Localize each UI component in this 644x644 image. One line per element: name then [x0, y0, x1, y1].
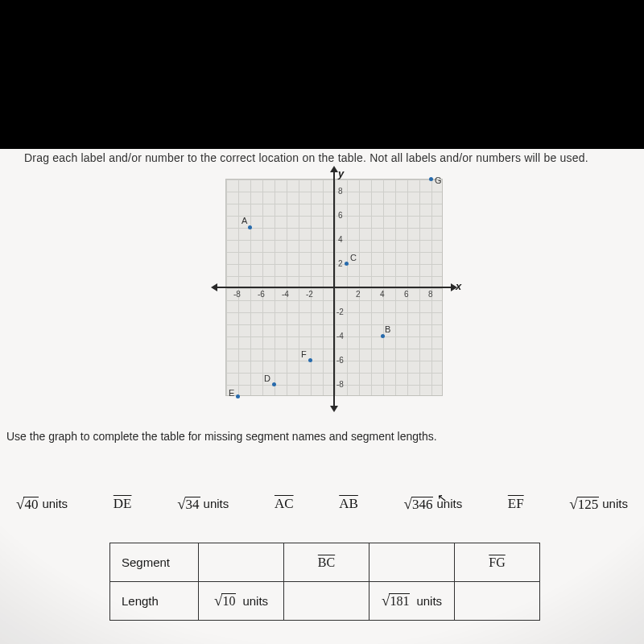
point-B: [381, 334, 385, 338]
y-axis-label: y: [338, 167, 344, 180]
tick-y: -2: [336, 308, 344, 316]
point-B-label: B: [385, 324, 390, 334]
drop-target-length-1[interactable]: [284, 582, 369, 621]
arrow-down-icon: [330, 406, 338, 412]
table-row: Segment BC FG: [110, 543, 540, 582]
tick-y: 6: [338, 211, 343, 220]
point-A: [248, 225, 252, 229]
point-C: [345, 262, 349, 266]
tick-x: -2: [306, 290, 313, 299]
table-row: Length √10 units √181 units: [110, 582, 540, 621]
tick-y: -6: [336, 356, 344, 365]
tick-x: 8: [428, 290, 433, 299]
point-E-label: E: [229, 388, 234, 398]
option-AC[interactable]: AC: [275, 495, 294, 512]
point-G-label: G: [435, 175, 442, 185]
worksheet: Drag each label and/or number to the cor…: [0, 0, 644, 644]
cell-bc: BC: [284, 543, 369, 582]
cell-fg: FG: [455, 543, 540, 582]
tick-x: 4: [380, 290, 385, 299]
tick-x: -8: [233, 290, 241, 299]
cell-len1: √10 units: [199, 582, 284, 621]
point-A-label: A: [242, 216, 247, 225]
tick-y: 2: [338, 259, 343, 268]
option-sqrt40[interactable]: √40 units: [16, 497, 68, 511]
tick-y: 8: [338, 187, 343, 196]
tick-y: 4: [338, 235, 343, 244]
point-D-label: D: [264, 374, 270, 383]
tick-x: -6: [258, 290, 265, 299]
option-sqrt346[interactable]: √346 units: [404, 497, 463, 511]
point-C-label: C: [350, 253, 357, 262]
x-axis-label: x: [456, 280, 461, 292]
point-D: [272, 382, 276, 386]
tick-y: -4: [336, 332, 344, 341]
tick-x: 6: [404, 290, 409, 299]
tick-x: 2: [356, 290, 361, 299]
answer-table: Segment BC FG Length √10 units √181 unit…: [109, 543, 540, 621]
draggable-options: √40 units DE √34 units AC AB √346 units …: [16, 495, 628, 512]
point-E: [236, 394, 240, 398]
cursor-icon: ↖: [436, 490, 448, 505]
tick-x: -4: [282, 290, 289, 299]
drop-target-length-2[interactable]: [455, 582, 540, 621]
row-length-label: Length: [110, 582, 199, 621]
arrow-left-icon: [211, 283, 217, 291]
drop-target-segment-2[interactable]: [369, 543, 455, 582]
coordinate-graph: y x -8 -6 -4 -2 2 4 6 8 8 6 4 2 -2 -4 -6…: [209, 171, 459, 420]
point-F-label: F: [301, 349, 307, 359]
option-sqrt34[interactable]: √34 units: [177, 497, 229, 511]
point-F: [308, 358, 312, 362]
drop-target-segment-1[interactable]: [199, 543, 284, 582]
black-mask: [0, 0, 644, 149]
option-DE[interactable]: DE: [114, 495, 132, 512]
option-AB[interactable]: AB: [339, 495, 358, 512]
point-G: [429, 177, 433, 181]
row-segment-label: Segment: [110, 543, 199, 582]
tick-y: -8: [336, 380, 344, 389]
y-axis: [333, 171, 335, 407]
arrow-up-icon: [330, 166, 338, 172]
instruction-text: Drag each label and/or number to the cor…: [24, 151, 638, 164]
option-sqrt125[interactable]: √125 units: [569, 497, 628, 511]
option-EF[interactable]: EF: [508, 495, 524, 512]
cell-len2: √181 units: [369, 582, 455, 621]
question-text: Use the graph to complete the table for …: [6, 430, 638, 443]
